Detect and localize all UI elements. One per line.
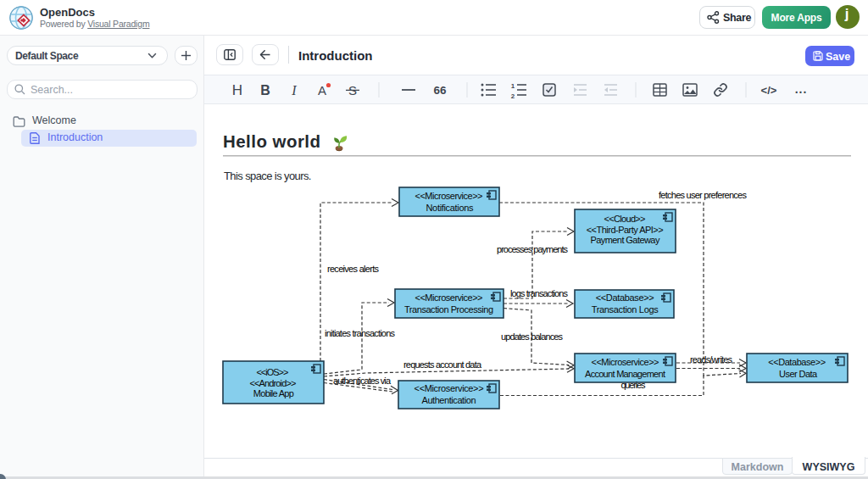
svg-text:Authentication: Authentication: [422, 395, 476, 405]
svg-text:logs transactions: logs transactions: [510, 288, 569, 298]
svg-text:<<Microservice>>: <<Microservice>>: [415, 292, 483, 303]
svg-text:initiates transactions: initiates transactions: [325, 328, 396, 338]
svg-text:queries: queries: [620, 380, 646, 390]
svg-text:authenticates via: authenticates via: [333, 376, 392, 386]
svg-text:Account Management: Account Management: [585, 369, 665, 379]
svg-text:<<Cloud>>: <<Cloud>>: [604, 214, 646, 224]
svg-text:Transaction Processing: Transaction Processing: [404, 304, 493, 315]
svg-text:<<Android>>: <<Android>>: [249, 378, 296, 388]
svg-text:Payment Gateway: Payment Gateway: [590, 235, 660, 245]
svg-text:<<Microservice>>: <<Microservice>>: [415, 383, 484, 393]
svg-text:fetches user preferences: fetches user preferences: [659, 190, 748, 200]
svg-text:<<iOS>>: <<iOS>>: [256, 367, 288, 377]
svg-text:Mobile App: Mobile App: [253, 388, 294, 398]
svg-text:<<Microservice>>: <<Microservice>>: [592, 357, 659, 367]
svg-text:<<Microservice>>: <<Microservice>>: [415, 191, 483, 201]
svg-text:updates balances: updates balances: [501, 331, 564, 342]
svg-text:User Data: User Data: [779, 369, 818, 379]
svg-text:requests account data: requests account data: [403, 359, 482, 370]
svg-text:Notifications: Notifications: [426, 203, 475, 213]
svg-text:<<Database>>: <<Database>>: [768, 357, 826, 367]
svg-text:processes payments: processes payments: [497, 244, 569, 254]
svg-text:Transaction Logs: Transaction Logs: [592, 304, 659, 315]
svg-text:reads/writes: reads/writes: [690, 354, 733, 365]
svg-text:<<Database>>: <<Database>>: [596, 292, 654, 303]
svg-text:receives alerts: receives alerts: [327, 264, 380, 274]
svg-text:<<Third-Party API>>: <<Third-Party API>>: [587, 225, 664, 235]
